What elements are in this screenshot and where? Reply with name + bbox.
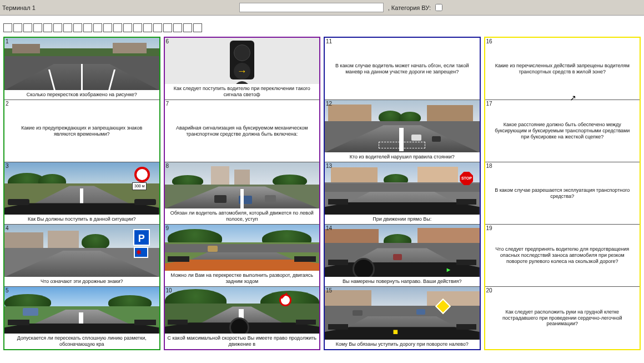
- question-text: Допускается ли пересекать сплошную линию…: [4, 334, 159, 349]
- question-text: Какое расстояние должно быть обеспечено …: [485, 100, 640, 162]
- progress-box-11[interactable]: [103, 23, 112, 32]
- question-card-17[interactable]: 17Какое расстояние должно быть обеспечен…: [485, 100, 640, 162]
- column-2: 6 → Как следует поступить водителю при п…: [164, 37, 321, 350]
- question-number: 6: [166, 38, 169, 44]
- question-image: ◆: [325, 287, 480, 340]
- progress-box-6[interactable]: [53, 23, 62, 32]
- question-number: 3: [6, 163, 9, 169]
- progress-box-5[interactable]: [43, 23, 52, 32]
- question-image: [165, 287, 320, 334]
- question-card-18[interactable]: 18В каком случае разрешается эксплуатаци…: [485, 162, 640, 225]
- progress-box-19[interactable]: [183, 23, 192, 32]
- question-number: 13: [326, 163, 332, 169]
- question-number: 2: [6, 101, 9, 107]
- progress-box-3[interactable]: [23, 23, 32, 32]
- question-grid: 1 Сколько перекрестков изображено на рис…: [0, 37, 644, 354]
- question-text: Сколько перекрестков изображено на рисун…: [4, 90, 159, 100]
- progress-box-2[interactable]: [13, 23, 22, 32]
- question-number: 7: [166, 101, 169, 107]
- question-number: 9: [166, 225, 169, 231]
- question-image: P ✱: [4, 225, 159, 277]
- question-text: Как Вы должны поступить в данной ситуаци…: [4, 215, 159, 224]
- question-number: 19: [486, 225, 492, 231]
- question-card-3[interactable]: 3 300 м Как Вы должны поступить в данной…: [4, 162, 159, 225]
- column-1: 1 Сколько перекрестков изображено на рис…: [3, 37, 160, 350]
- question-text: Вы намерены повернуть направо. Ваши дейс…: [325, 277, 480, 286]
- terminal-label: Терминал 1: [2, 4, 36, 11]
- question-text: Какие из перечисленных действий запрещен…: [485, 38, 640, 100]
- question-image: [165, 162, 320, 208]
- category-label: , Категория ВУ:: [388, 4, 431, 11]
- progress-box-20[interactable]: [193, 23, 202, 32]
- question-text: Какие из предупреждающих и запрещающих з…: [4, 100, 159, 162]
- question-text: Что означают эти дорожные знаки?: [4, 277, 159, 286]
- progress-checkbox-row: [0, 16, 644, 37]
- progress-box-13[interactable]: [123, 23, 132, 32]
- progress-box-1[interactable]: [3, 23, 12, 32]
- question-card-13[interactable]: 13 STOP При движении прямо Вы:: [325, 162, 480, 225]
- question-card-5[interactable]: 5 Допускается ли пересекать сплошную лин…: [4, 287, 159, 349]
- question-text: Можно ли Вам на перекрестке выполнить ра…: [165, 271, 320, 286]
- question-text: Кто из водителей нарушил правила стоянки…: [325, 152, 480, 162]
- question-card-11[interactable]: 11В каком случае водитель может начать о…: [325, 38, 480, 100]
- question-number: 16: [486, 38, 492, 44]
- question-number: 4: [6, 225, 9, 231]
- question-number: 1: [6, 38, 9, 44]
- question-text: В каком случае разрешается эксплуатация …: [485, 162, 640, 224]
- category-checkbox[interactable]: [435, 4, 442, 11]
- question-card-6[interactable]: 6 → Как следует поступить водителю при п…: [165, 38, 320, 100]
- question-number: 11: [326, 38, 332, 44]
- question-card-15[interactable]: 15 ◆ Кому Вы обязаны уступить дорогу при…: [325, 287, 480, 349]
- question-image: ►: [325, 225, 480, 277]
- column-3: 11В каком случае водитель может начать о…: [324, 37, 481, 350]
- progress-box-15[interactable]: [143, 23, 152, 32]
- question-card-1[interactable]: 1 Сколько перекрестков изображено на рис…: [4, 38, 159, 100]
- question-card-19[interactable]: 19Что следует предпринять водителю для п…: [485, 225, 640, 287]
- question-image: [165, 225, 320, 271]
- question-card-2[interactable]: 2Какие из предупреждающих и запрещающих …: [4, 100, 159, 162]
- question-image: STOP: [325, 162, 480, 215]
- question-number: 17: [486, 101, 492, 107]
- question-card-9[interactable]: 9 Можно ли Вам на перекрестке выполнить …: [165, 225, 320, 287]
- question-card-20[interactable]: 20Как следует расположить руки на грудно…: [485, 287, 640, 349]
- question-number: 12: [326, 101, 332, 107]
- question-image: [4, 38, 159, 90]
- progress-box-12[interactable]: [113, 23, 122, 32]
- progress-box-10[interactable]: [93, 23, 102, 32]
- question-card-14[interactable]: 14 ► Вы намерены повернуть направо. Ваши…: [325, 225, 480, 287]
- question-text: С какой максимальной скоростью Вы имеете…: [165, 334, 320, 349]
- progress-box-4[interactable]: [33, 23, 42, 32]
- question-text: Обязан ли водитель автомобиля, который д…: [165, 208, 320, 224]
- question-image: [325, 100, 480, 152]
- name-field[interactable]: [239, 3, 384, 12]
- question-card-10[interactable]: 10 С какой максимальной скоростью Вы име…: [165, 287, 320, 349]
- question-text: Как следует поступить водителю при перек…: [165, 84, 320, 100]
- progress-box-7[interactable]: [63, 23, 72, 32]
- top-bar: Терминал 1 , Категория ВУ:: [0, 0, 644, 16]
- question-card-7[interactable]: 7Аварийная сигнализация на буксируемом м…: [165, 100, 320, 162]
- question-card-16[interactable]: 16Какие из перечисленных действий запрещ…: [485, 38, 640, 100]
- question-text: Как следует расположить руки на грудной …: [485, 287, 640, 349]
- progress-box-17[interactable]: [163, 23, 172, 32]
- question-number: 15: [326, 287, 332, 294]
- question-card-12[interactable]: 12 Кто из водителей нарушил правила стоя…: [325, 100, 480, 162]
- progress-box-14[interactable]: [133, 23, 142, 32]
- question-image: →: [165, 38, 320, 84]
- progress-box-8[interactable]: [73, 23, 82, 32]
- question-image: 300 м: [4, 162, 159, 215]
- question-text: При движении прямо Вы:: [325, 215, 480, 224]
- question-number: 20: [486, 287, 492, 294]
- question-card-8[interactable]: 8 Обязан ли водитель автомобиля, который…: [165, 162, 320, 225]
- question-number: 18: [486, 163, 492, 169]
- question-card-4[interactable]: 4 P ✱ Что означают эти дорожные знаки?: [4, 225, 159, 287]
- question-number: 5: [6, 287, 9, 294]
- question-image: [4, 287, 159, 334]
- question-number: 10: [166, 287, 172, 294]
- progress-box-18[interactable]: [173, 23, 182, 32]
- progress-box-16[interactable]: [153, 23, 162, 32]
- question-text: Кому Вы обязаны уступить дорогу при пово…: [325, 340, 480, 349]
- question-text: В каком случае водитель может начать обг…: [325, 38, 480, 100]
- question-text: Что следует предпринять водителю для пре…: [485, 225, 640, 286]
- progress-box-9[interactable]: [83, 23, 92, 32]
- question-text: Аварийная сигнализация на буксируемом ме…: [165, 100, 320, 162]
